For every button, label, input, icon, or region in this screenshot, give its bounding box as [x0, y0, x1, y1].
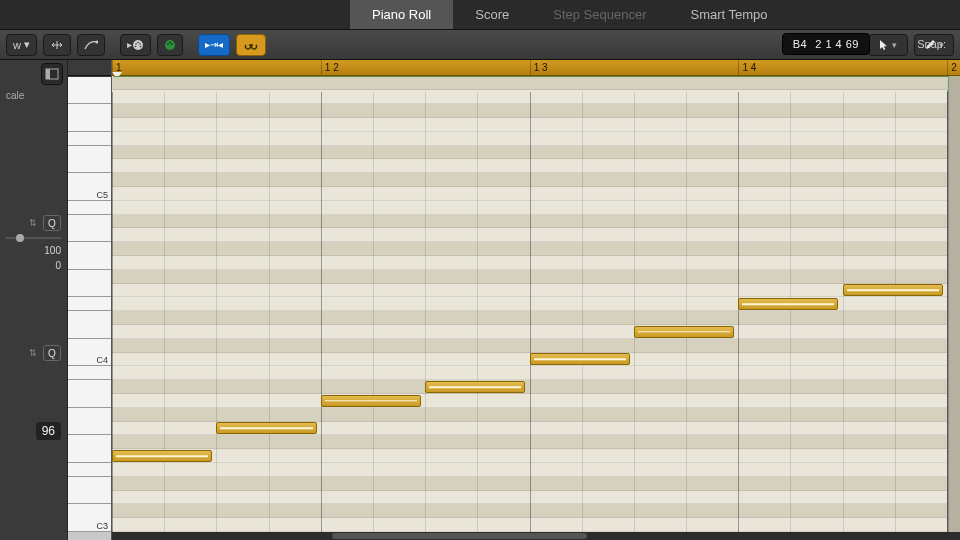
link-button[interactable]: [236, 34, 266, 56]
midi-note[interactable]: [843, 284, 943, 296]
piano-roll-toolbar: w ▾ ▸ ▸ ⇥ ◂ ▾ ▾ B4 2 1 4 69 Snap:: [0, 30, 960, 60]
svg-point-0: [96, 40, 99, 43]
white-key[interactable]: [68, 311, 111, 339]
view-menu-label: w: [13, 39, 21, 51]
midi-in-button-group[interactable]: ▸: [120, 34, 151, 56]
collapse-tool-button-1[interactable]: [43, 34, 71, 56]
svg-point-5: [135, 45, 137, 47]
keyboard-ruler-gap: [68, 60, 111, 76]
scrollbar-thumb[interactable]: [332, 533, 586, 539]
grid-area: 11 21 31 42 F Major Scale: [112, 60, 960, 540]
white-key[interactable]: [68, 477, 111, 505]
white-key[interactable]: [68, 408, 111, 436]
white-key[interactable]: [68, 463, 111, 477]
inspector-toggle-button[interactable]: [41, 63, 63, 85]
view-menu-button[interactable]: w ▾: [6, 34, 37, 56]
white-key[interactable]: [68, 242, 111, 270]
barline: [738, 92, 739, 532]
midi-in-icon: [132, 39, 144, 51]
catch-off-button[interactable]: ▸ ⇥ ◂: [198, 34, 230, 56]
white-key[interactable]: [68, 366, 111, 380]
panel-icon: [45, 68, 59, 80]
svg-point-7: [165, 40, 175, 50]
tab-smart-tempo[interactable]: Smart Tempo: [668, 0, 789, 29]
pointer-tool-button[interactable]: ▾: [868, 34, 908, 56]
velocity-value: 100: [44, 245, 61, 256]
quantize-button-2[interactable]: Q: [43, 345, 61, 361]
piano-keyboard[interactable]: C5C4C3: [68, 60, 112, 540]
inspector-value-96: 96: [36, 422, 61, 440]
beatline: [582, 92, 583, 532]
white-key[interactable]: [68, 201, 111, 215]
bar-ruler[interactable]: 11 21 31 42: [112, 60, 960, 76]
white-key[interactable]: [68, 380, 111, 408]
key-label: C4: [96, 355, 108, 365]
svg-point-9: [171, 43, 173, 45]
white-key[interactable]: [68, 270, 111, 298]
midi-note[interactable]: [112, 450, 212, 462]
beatline: [216, 92, 217, 532]
white-key[interactable]: [68, 146, 111, 174]
playhead-position-value: 2 1 4 69: [815, 38, 859, 50]
chevron-down-icon: ▾: [24, 38, 30, 51]
svg-point-6: [140, 45, 142, 47]
velocity-slider[interactable]: [6, 237, 61, 239]
beatline: [686, 92, 687, 532]
beatline: [269, 92, 270, 532]
grid-right-edge: [948, 76, 960, 532]
svg-point-2: [135, 43, 137, 45]
note-grid[interactable]: [112, 92, 948, 532]
beatline: [790, 92, 791, 532]
white-key[interactable]: [68, 77, 111, 105]
key-label: C5: [96, 190, 108, 200]
editor-tabbar: Piano Roll Score Step Sequencer Smart Te…: [0, 0, 960, 30]
piano-roll-stage: cale ⇅ Q 100 0 ⇅ Q 96 C5C4C3 11 21 31 42…: [0, 60, 960, 540]
stepper-arrows-icon[interactable]: ⇅: [29, 218, 37, 228]
svg-point-3: [139, 43, 141, 45]
white-key[interactable]: [68, 132, 111, 146]
horizontal-scrollbar[interactable]: [112, 532, 960, 540]
midi-note[interactable]: [738, 298, 838, 310]
tab-score[interactable]: Score: [453, 0, 531, 29]
quantize-button-1[interactable]: Q: [43, 215, 61, 231]
beatline: [477, 92, 478, 532]
ruler-tick: 1: [112, 60, 122, 75]
barline: [530, 92, 531, 532]
automation-tool-button[interactable]: [77, 34, 105, 56]
midi-out-icon: [164, 39, 176, 51]
svg-point-4: [137, 41, 139, 43]
chevron-left-icon: ◂: [218, 39, 223, 50]
inspector-panel: cale ⇅ Q 100 0 ⇅ Q 96: [0, 60, 68, 540]
ruler-tick: 1 2: [321, 60, 339, 75]
midi-out-button[interactable]: [157, 34, 183, 56]
svg-point-8: [167, 43, 169, 45]
collapse-icon: [50, 39, 64, 51]
tab-piano-roll[interactable]: Piano Roll: [350, 0, 453, 29]
midi-note[interactable]: [530, 353, 630, 365]
scale-label: cale: [0, 88, 67, 103]
white-key[interactable]: [68, 297, 111, 311]
beatline: [164, 92, 165, 532]
white-key[interactable]: [68, 215, 111, 243]
ruler-tick: 1 3: [530, 60, 548, 75]
beatline: [425, 92, 426, 532]
tab-step-sequencer[interactable]: Step Sequencer: [531, 0, 668, 29]
white-key[interactable]: [68, 104, 111, 132]
stepper-arrows-icon[interactable]: ⇅: [29, 348, 37, 358]
midi-note[interactable]: [425, 381, 525, 393]
beatline: [634, 92, 635, 532]
ruler-tick: 2: [947, 60, 957, 75]
midi-note[interactable]: [216, 422, 316, 434]
snap-label: Snap:: [909, 33, 954, 55]
playhead-readout: B4 2 1 4 69: [782, 33, 870, 55]
midi-note[interactable]: [634, 326, 734, 338]
automation-curve-icon: [84, 39, 98, 51]
midi-note[interactable]: [321, 395, 421, 407]
beatline: [373, 92, 374, 532]
white-key[interactable]: [68, 435, 111, 463]
grid-row: [112, 77, 947, 91]
link-icon: [243, 40, 259, 50]
playhead-note-value: B4: [793, 38, 807, 50]
ruler-tick: 1 4: [738, 60, 756, 75]
barline: [112, 92, 113, 532]
